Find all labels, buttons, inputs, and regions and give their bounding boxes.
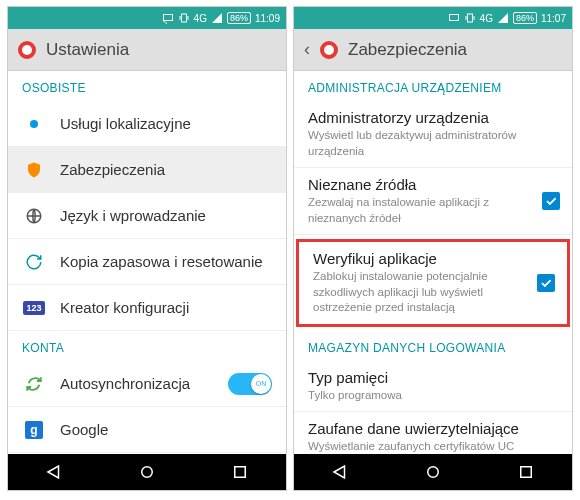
settings-list[interactable]: OSOBISTE Usługi lokalizacyjne Zabezpiecz… [8, 71, 286, 454]
section-osobiste: OSOBISTE [8, 71, 286, 101]
item-title: Typ pamięci [308, 369, 558, 386]
item-label: Autosynchronizacja [60, 375, 190, 392]
highlighted-item: Weryfikuj aplikacje Zablokuj instalowani… [296, 239, 570, 327]
item-kreator[interactable]: 123 Kreator konfiguracji [8, 285, 286, 331]
checkbox-weryfikuj[interactable] [537, 274, 555, 292]
svg-point-5 [142, 467, 153, 478]
item-admin[interactable]: Administratorzy urządzenia Wyświetl lub … [294, 101, 572, 168]
location-icon [22, 116, 46, 132]
item-typ-pamieci[interactable]: Typ pamięci Tylko programowa [294, 361, 572, 413]
google-icon: g [22, 421, 46, 439]
item-zabezpieczenia[interactable]: Zabezpieczenia [8, 147, 286, 193]
nav-back[interactable] [43, 461, 65, 483]
item-subtitle: Zezwalaj na instalowanie aplikacji z nie… [308, 195, 558, 226]
clock-label: 11:07 [541, 13, 566, 24]
item-jezyk[interactable]: Język i wprowadzanie [8, 193, 286, 239]
phone-right: 4G 86% 11:07 ‹ Zabezpieczenia ADMINISTRA… [293, 6, 573, 491]
nav-bar [294, 454, 572, 490]
language-icon [22, 207, 46, 225]
svg-rect-1 [181, 14, 186, 22]
item-label: Kopia zapasowa i resetowanie [60, 253, 263, 270]
item-nieznane[interactable]: Nieznane źródła Zezwalaj na instalowanie… [294, 168, 572, 235]
item-autosync[interactable]: Autosynchronizacja ON [8, 361, 286, 407]
svg-rect-6 [234, 467, 245, 478]
cast-icon [448, 12, 460, 24]
item-subtitle: Wyświetl lub dezaktywuj administratorów … [308, 128, 558, 159]
sync-icon [22, 375, 46, 393]
header-title: Zabezpieczenia [348, 40, 467, 60]
item-subtitle: Wyświetlanie zaufanych certyfikatów UC [308, 439, 558, 454]
checkbox-nieznane[interactable] [542, 192, 560, 210]
wizard-icon: 123 [22, 301, 46, 315]
app-header: Ustawienia [8, 29, 286, 71]
nav-home[interactable] [422, 461, 444, 483]
vibrate-icon [464, 12, 476, 24]
battery-label: 86% [513, 12, 537, 24]
back-button[interactable]: ‹ [304, 39, 310, 60]
item-title: Zaufane dane uwierzytelniające [308, 420, 558, 437]
item-google[interactable]: g Google [8, 407, 286, 453]
cast-icon [162, 12, 174, 24]
section-konta: KONTA [8, 331, 286, 361]
network-label: 4G [480, 13, 493, 24]
svg-point-2 [30, 120, 38, 128]
svg-rect-7 [449, 15, 458, 21]
item-lokalizacja[interactable]: Usługi lokalizacyjne [8, 101, 286, 147]
item-subtitle: Tylko programowa [308, 388, 558, 404]
item-label: Google [60, 421, 108, 438]
signal-icon [497, 12, 509, 24]
item-label: Zabezpieczenia [60, 161, 165, 178]
header-title: Ustawienia [46, 40, 129, 60]
svg-rect-10 [520, 467, 531, 478]
svg-rect-0 [163, 15, 172, 21]
nav-home[interactable] [136, 461, 158, 483]
app-header: ‹ Zabezpieczenia [294, 29, 572, 71]
toggle-knob: ON [251, 374, 271, 394]
signal-icon [211, 12, 223, 24]
phone-left: 4G 86% 11:09 Ustawienia OSOBISTE Usługi … [7, 6, 287, 491]
nav-recent[interactable] [515, 461, 537, 483]
nav-bar [8, 454, 286, 490]
svg-point-9 [428, 467, 439, 478]
network-label: 4G [194, 13, 207, 24]
section-admin: ADMINISTRACJA URZĄDZENIEM [294, 71, 572, 101]
item-title: Weryfikuj aplikacje [313, 250, 553, 267]
item-weryfikuj[interactable]: Weryfikuj aplikacje Zablokuj instalowani… [299, 242, 567, 324]
vibrate-icon [178, 12, 190, 24]
item-title: Nieznane źródła [308, 176, 558, 193]
item-title: Administratorzy urządzenia [308, 109, 558, 126]
nav-recent[interactable] [229, 461, 251, 483]
nav-back[interactable] [329, 461, 351, 483]
section-magazyn: MAGAZYN DANYCH LOGOWANIA [294, 331, 572, 361]
item-subtitle: Zablokuj instalowanie potencjalnie szkod… [313, 269, 553, 316]
status-bar: 4G 86% 11:09 [8, 7, 286, 29]
svg-rect-8 [467, 14, 472, 22]
item-label: Kreator konfiguracji [60, 299, 189, 316]
item-zaufane[interactable]: Zaufane dane uwierzytelniające Wyświetla… [294, 412, 572, 454]
clock-label: 11:09 [255, 13, 280, 24]
battery-label: 86% [227, 12, 251, 24]
security-list[interactable]: ADMINISTRACJA URZĄDZENIEM Administratorz… [294, 71, 572, 454]
item-label: Usługi lokalizacyjne [60, 115, 191, 132]
status-bar: 4G 86% 11:07 [294, 7, 572, 29]
item-kopia[interactable]: Kopia zapasowa i resetowanie [8, 239, 286, 285]
autosync-toggle[interactable]: ON [228, 373, 272, 395]
item-label: Język i wprowadzanie [60, 207, 206, 224]
security-icon [22, 161, 46, 179]
app-logo-icon [18, 41, 36, 59]
app-logo-icon [320, 41, 338, 59]
backup-icon [22, 253, 46, 271]
